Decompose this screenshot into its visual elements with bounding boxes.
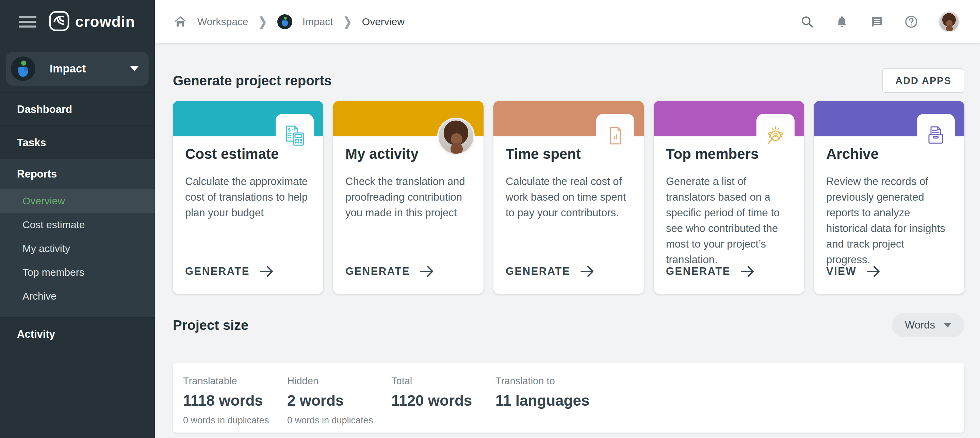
sidebar-reports-group: Reports Overview Cost estimate My activi… <box>0 159 155 317</box>
action-label: GENERATE <box>506 265 570 278</box>
breadcrumb-workspace[interactable]: Workspace <box>197 16 248 27</box>
arrow-right-icon <box>740 265 755 278</box>
sidebar-item-top-members[interactable]: Top members <box>0 260 155 284</box>
card-header <box>493 101 644 136</box>
unit-selector-dropdown[interactable]: Words <box>892 313 964 337</box>
report-cards: $ Cost estimate Calculate the approximat… <box>173 101 964 294</box>
breadcrumb-project[interactable]: Impact <box>302 16 333 27</box>
stat-value: 1118 words <box>183 392 287 409</box>
generate-button[interactable]: GENERATE <box>345 265 434 278</box>
crowdin-logo-icon <box>49 11 70 33</box>
project-name: Impact <box>50 62 86 75</box>
add-apps-button[interactable]: ADD APPS <box>882 68 964 93</box>
stat-label: Translatable <box>183 375 287 387</box>
stat-value: 1120 words <box>391 392 495 409</box>
project-size-stats: Translatable 1118 words 0 words in dupli… <box>173 363 964 433</box>
card-footer: VIEW <box>826 252 952 294</box>
sidebar-item-reports[interactable]: Reports <box>0 159 155 189</box>
card-header <box>654 101 804 136</box>
user-avatar[interactable] <box>939 11 959 32</box>
stat-translatable: Translatable 1118 words 0 words in dupli… <box>183 375 287 433</box>
unit-selector-value: Words <box>905 319 935 331</box>
project-logo-icon <box>11 56 35 81</box>
crowdin-wordmark: crowdin <box>75 13 135 30</box>
search-icon[interactable] <box>800 14 815 29</box>
card-header <box>333 101 484 136</box>
chevron-down-icon <box>944 323 951 327</box>
card-my-activity[interactable]: My activity Check the translation and pr… <box>333 101 484 294</box>
sidebar-item-cost-estimate[interactable]: Cost estimate <box>0 213 155 237</box>
stat-note: 0 words in duplicates <box>287 415 391 426</box>
user-photo <box>437 117 475 155</box>
generate-button[interactable]: GENERATE <box>506 265 595 278</box>
breadcrumb: Workspace ❯ Impact ❯ Overview <box>173 14 404 29</box>
main-content: Generate project reports ADD APPS $ <box>155 43 980 438</box>
help-icon[interactable] <box>904 14 919 29</box>
stat-total: Total 1120 words <box>391 375 495 433</box>
bell-icon[interactable] <box>834 14 850 29</box>
generate-button[interactable]: GENERATE <box>666 265 755 278</box>
members-search-icon <box>763 124 788 148</box>
card-cost-estimate[interactable]: $ Cost estimate Calculate the approximat… <box>173 101 323 294</box>
card-description: Calculate the real cost of work based on… <box>493 162 644 221</box>
generate-button[interactable]: GENERATE <box>185 265 274 278</box>
card-footer: GENERATE <box>185 252 311 294</box>
action-label: GENERATE <box>185 265 250 278</box>
card-description: Check the translation and proofreading c… <box>333 162 484 221</box>
chevron-down-icon <box>130 66 138 71</box>
arrow-right-icon <box>420 265 434 278</box>
stat-label: Hidden <box>287 375 391 387</box>
reports-header: Generate project reports ADD APPS <box>173 68 964 93</box>
hamburger-menu-icon[interactable] <box>19 13 37 30</box>
sidebar: crowdin Impact Dashboard Tasks Reports O… <box>0 0 155 438</box>
arrow-right-icon <box>580 265 595 278</box>
stat-label: Total <box>391 375 495 387</box>
project-selector[interactable]: Impact <box>6 52 149 86</box>
time-report-icon <box>603 124 627 148</box>
sidebar-item-archive[interactable]: Archive <box>0 284 155 308</box>
sidebar-header: crowdin <box>0 0 155 43</box>
stat-value: 11 languages <box>495 392 600 409</box>
page-title: Generate project reports <box>173 73 332 89</box>
archive-box-icon <box>924 124 948 148</box>
arrow-right-icon <box>866 265 881 278</box>
view-button[interactable]: VIEW <box>826 265 881 278</box>
card-header <box>814 101 964 136</box>
stat-hidden: Hidden 2 words 0 words in duplicates <box>287 375 391 433</box>
chevron-right-icon: ❯ <box>343 14 352 29</box>
stat-note: 0 words in duplicates <box>183 415 287 426</box>
sidebar-item-activity[interactable]: Activity <box>0 317 155 351</box>
invoice-calculator-icon: $ <box>282 124 307 148</box>
sidebar-item-dashboard[interactable]: Dashboard <box>0 93 155 126</box>
topbar: Workspace ❯ Impact ❯ Overview <box>155 0 980 43</box>
project-size-title: Project size <box>173 317 248 333</box>
stat-translation-to: Translation to 11 languages <box>495 375 600 433</box>
app-root: crowdin Impact Dashboard Tasks Reports O… <box>0 0 980 438</box>
stat-value: 2 words <box>287 392 391 409</box>
card-description: Calculate the approximate cost of transl… <box>173 162 323 221</box>
stat-label: Translation to <box>495 375 600 387</box>
action-label: GENERATE <box>666 265 730 278</box>
card-footer: GENERATE <box>506 252 632 294</box>
home-icon[interactable] <box>173 15 187 29</box>
card-footer: GENERATE <box>345 252 471 294</box>
sidebar-nav: Dashboard Tasks Reports Overview Cost es… <box>0 92 155 351</box>
sidebar-item-tasks[interactable]: Tasks <box>0 126 155 159</box>
chevron-right-icon: ❯ <box>259 14 267 29</box>
messages-icon[interactable] <box>869 14 884 29</box>
card-top-members[interactable]: Top members Generate a list of translato… <box>654 101 804 294</box>
arrow-right-icon <box>259 265 274 278</box>
card-footer: GENERATE <box>666 252 792 294</box>
card-archive[interactable]: Archive Review the records of previously… <box>814 101 964 294</box>
svg-text:$: $ <box>288 127 291 133</box>
sidebar-item-my-activity[interactable]: My activity <box>0 237 155 260</box>
topbar-actions <box>800 11 959 32</box>
action-label: VIEW <box>826 265 856 278</box>
breadcrumb-project-icon[interactable] <box>277 14 292 29</box>
sidebar-item-overview[interactable]: Overview <box>0 189 155 213</box>
breadcrumb-current: Overview <box>362 16 404 27</box>
card-header: $ <box>173 101 323 136</box>
crowdin-logo[interactable]: crowdin <box>49 11 135 33</box>
card-time-spent[interactable]: Time spent Calculate the real cost of wo… <box>493 101 644 294</box>
project-size-header: Project size Words <box>173 313 964 337</box>
